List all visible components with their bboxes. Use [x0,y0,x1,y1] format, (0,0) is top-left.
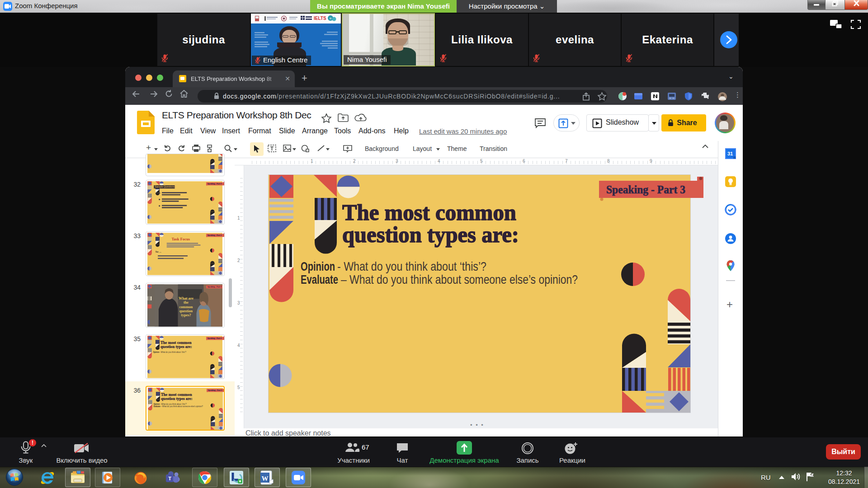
svg-text:common: common [179,305,193,309]
svg-text:31: 31 [727,151,733,156]
svg-text:types?: types? [181,313,191,317]
svg-text:Task Focus: Task Focus [171,237,190,241]
svg-text:T: T [168,476,171,481]
svg-text:Sample Questions: Sample Questions [155,185,175,188]
svg-text:question: question [179,309,193,313]
svg-text:So ...: So ... [156,250,162,253]
svg-text:Speaking - Part 3: Speaking - Part 3 [208,286,222,288]
svg-text:the: the [184,300,189,305]
svg-text:What are: What are [179,296,193,300]
svg-text:W: W [262,475,269,482]
